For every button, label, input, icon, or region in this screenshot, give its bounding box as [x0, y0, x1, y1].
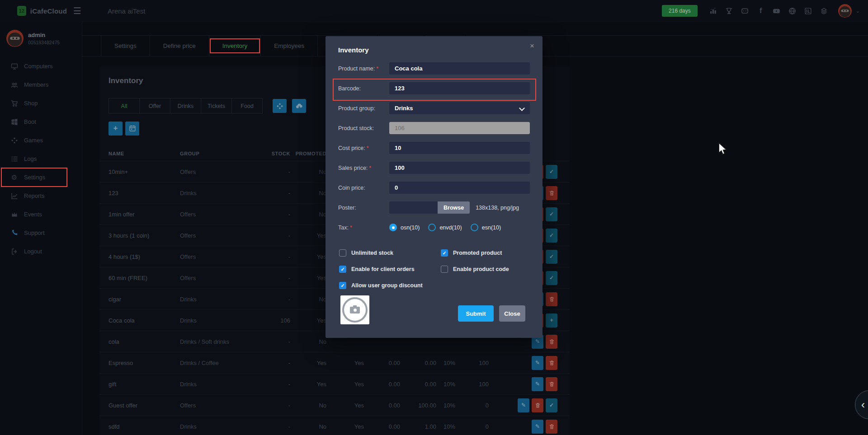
close-button[interactable]: Close	[499, 305, 525, 322]
checkbox-icon	[441, 266, 448, 273]
product-group-select[interactable]: Drinks	[389, 102, 530, 114]
cost-price-input[interactable]	[389, 142, 530, 154]
delete-row-button[interactable]	[532, 398, 543, 412]
export-button[interactable]	[292, 99, 306, 113]
product-groups-button[interactable]	[273, 99, 287, 113]
poster-file-input[interactable]	[389, 201, 438, 214]
delete-row-button[interactable]	[546, 186, 557, 200]
tab-settings[interactable]: Settings	[101, 36, 150, 56]
check-row-button[interactable]: ✓	[546, 250, 557, 264]
checkbox-unlimited-stock[interactable]: Unlimited stock	[339, 245, 441, 261]
user-avatar[interactable]	[838, 4, 852, 18]
tax-radio-osn10[interactable]: osn(10)	[389, 224, 420, 231]
license-days-badge[interactable]: 216 days	[662, 5, 698, 17]
sidebar-item-settings[interactable]: ⚙Settings	[0, 168, 82, 187]
filter-drinks[interactable]: Drinks	[170, 98, 201, 114]
shop-icon	[10, 99, 18, 107]
brand-name: iCafeCloud	[30, 7, 67, 15]
discord-icon[interactable]	[741, 6, 750, 15]
edit-row-button[interactable]: ✎	[532, 377, 543, 391]
sidebar-item-support[interactable]: Support	[0, 224, 82, 242]
sidebar-item-games[interactable]: Games	[0, 131, 82, 150]
brand-logo[interactable]: 12 iCafeCloud	[17, 6, 67, 16]
sidebar-item-events[interactable]: Events	[0, 205, 82, 224]
edit-row-button[interactable]: ✎	[518, 398, 529, 412]
submit-button[interactable]: Submit	[458, 305, 494, 322]
tab-define-price[interactable]: Define price	[150, 36, 209, 56]
field-barcode: Barcode:	[338, 82, 530, 94]
field-sales-price: Sales price:*	[338, 162, 530, 174]
edit-row-button[interactable]: ✎	[532, 420, 543, 434]
panel-collapse-button[interactable]: ‹	[855, 390, 868, 419]
sidebar-item-computers[interactable]: Computers	[0, 57, 82, 75]
delete-row-button[interactable]	[546, 420, 557, 434]
sidebar-item-boot[interactable]: Boot	[0, 112, 82, 131]
delete-row-button[interactable]	[546, 292, 557, 306]
stats-icon[interactable]	[709, 6, 718, 15]
menu-toggle-icon[interactable]: ☰	[73, 5, 81, 16]
barcode-input[interactable]	[389, 82, 530, 94]
sales-price-input[interactable]	[389, 162, 530, 174]
tax-radio-group: osn(10)envd(10)esn(10)	[389, 224, 501, 231]
poster-thumbnail[interactable]	[340, 295, 369, 324]
edit-row-button[interactable]: ✎	[532, 356, 543, 370]
modal-close-icon[interactable]: ×	[530, 42, 534, 51]
sidebar-item-logs[interactable]: Logs	[0, 150, 82, 168]
checkbox-enable-product-code[interactable]: Enable product code	[441, 261, 531, 277]
delete-row-button[interactable]	[546, 377, 557, 391]
filter-offer[interactable]: Offer	[139, 98, 170, 114]
field-coin-price: Coin price:	[338, 182, 530, 194]
filter-tickets[interactable]: Tickets	[201, 98, 232, 114]
filter-food[interactable]: Food	[231, 98, 263, 114]
checkbox-icon: ✓	[339, 266, 346, 273]
sidebar-menu: ComputersMembersShopBootGamesLogs⚙Settin…	[0, 57, 82, 261]
sidebar-item-logout[interactable]: Logout	[0, 242, 82, 261]
boot-icon	[10, 118, 18, 126]
youtube-icon[interactable]	[772, 6, 781, 15]
delete-row-button[interactable]	[546, 335, 557, 349]
calendar-button[interactable]	[125, 122, 139, 136]
check-row-button[interactable]: ✓	[546, 165, 557, 179]
chevron-down-icon[interactable]: ⌄	[856, 8, 860, 14]
check-row-button[interactable]: ✓	[546, 207, 557, 221]
delete-row-button[interactable]	[546, 356, 557, 370]
modal-title: Inventory	[338, 46, 369, 54]
browse-button[interactable]: Browse	[438, 201, 470, 214]
facebook-icon[interactable]: f	[756, 6, 765, 15]
checkbox-icon	[339, 249, 346, 257]
filter-all[interactable]: All	[108, 98, 140, 114]
checkbox-allow-user-group-discount[interactable]: ✓Allow user group discount	[339, 277, 441, 294]
sidebar-avatar	[6, 30, 24, 47]
sales-price-label: Sales price:	[338, 165, 368, 171]
cloud-download-icon	[296, 103, 303, 110]
check-row-button[interactable]: ✓	[546, 271, 557, 285]
header-group: GROUP	[180, 151, 255, 156]
sidebar-item-reports[interactable]: Reports	[0, 187, 82, 205]
table-row: giftDrinks-YesYes0.000.0010%100✎	[99, 373, 570, 394]
trophy-icon[interactable]	[725, 6, 734, 15]
tab-employees[interactable]: Employees	[261, 36, 318, 56]
members-icon	[10, 81, 18, 89]
product-name-input[interactable]	[389, 62, 530, 75]
icafe-icon[interactable]	[804, 6, 813, 15]
check-row-button[interactable]: ✓	[546, 398, 557, 412]
checkbox-enable-for-client-orders[interactable]: ✓Enable for client orders	[339, 261, 441, 277]
mouse-cursor	[718, 142, 727, 156]
poster-hint: 138x138, png/jpg	[476, 205, 519, 211]
tax-radio-esn10[interactable]: esn(10)	[471, 224, 501, 231]
plus-row-button[interactable]: +	[546, 313, 557, 327]
radio-icon	[389, 224, 397, 231]
sidebar-user[interactable]: admin 005193482475	[0, 22, 82, 53]
radio-icon	[471, 224, 478, 231]
sidebar-item-shop[interactable]: Shop	[0, 94, 82, 112]
settings-icon: ⚙	[10, 173, 18, 181]
globe-icon[interactable]	[788, 6, 797, 15]
checkbox-promoted-product[interactable]: ✓Promoted product	[441, 245, 531, 261]
coin-price-input[interactable]	[389, 182, 530, 194]
add-product-button[interactable]: +	[108, 122, 123, 136]
check-row-button[interactable]: ✓	[546, 229, 557, 243]
tax-radio-envd10[interactable]: envd(10)	[428, 224, 462, 231]
layers-icon[interactable]	[820, 6, 829, 15]
tab-inventory[interactable]: Inventory	[209, 36, 261, 56]
sidebar-item-members[interactable]: Members	[0, 75, 82, 94]
